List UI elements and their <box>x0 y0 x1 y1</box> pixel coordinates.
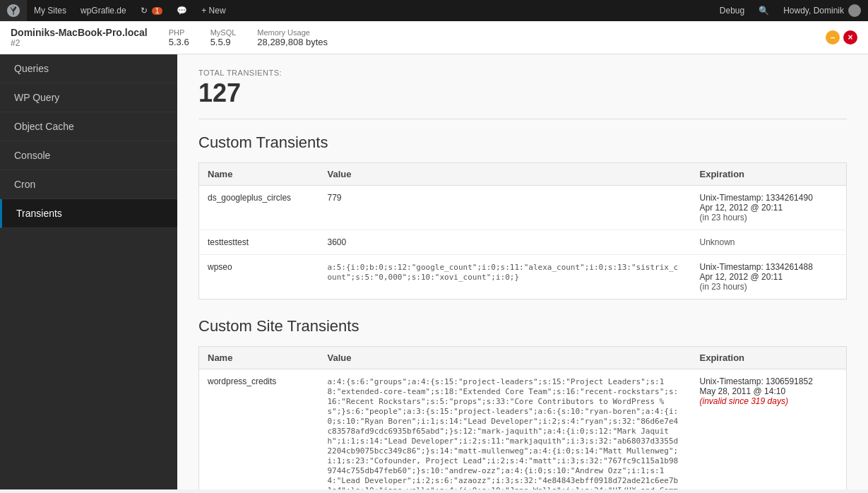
close-button[interactable]: × <box>843 30 857 44</box>
site-transient-expiration: Unix-Timestamp: 1306591852 May 28, 2011 … <box>691 369 847 490</box>
total-transients-section: TOTAL TRANSIENTS: 127 <box>198 69 847 119</box>
table-row: wpseo a:5:{i:0;b:0;s:12:"google_count";i… <box>199 255 847 299</box>
new-content-button[interactable]: + New <box>194 0 232 21</box>
name-header: Name <box>199 163 319 186</box>
sysinfo-bar: Dominiks-MacBook-Pro.local #2 PHP 5.3.6 … <box>0 21 868 54</box>
site-table-header-row: Name Value Expiration <box>199 347 847 369</box>
sidebar: Queries WP Query Object Cache Console Cr… <box>0 54 177 489</box>
transient-expiration: Unknown <box>691 230 847 255</box>
sidebar-item-queries[interactable]: Queries <box>0 54 177 83</box>
window-controls: – × <box>826 30 857 44</box>
transient-value: a:5:{i:0;b:0;s:12:"google_count";i:0;s:1… <box>319 255 691 299</box>
my-sites-button[interactable]: My Sites <box>27 0 73 21</box>
php-info: PHP 5.3.6 <box>169 28 189 47</box>
custom-site-transients-title: Custom Site Transients <box>198 317 847 335</box>
sidebar-item-cron[interactable]: Cron <box>0 170 177 199</box>
table-header-row: Name Value Expiration <box>199 163 847 186</box>
transient-name: ds_googleplus_circles <box>199 186 319 230</box>
minimize-button[interactable]: – <box>826 30 840 44</box>
updates-button[interactable]: ↻ 1 <box>133 0 170 21</box>
site-transient-value: a:4:{s:6:"groups";a:4:{s:15:"project-lea… <box>319 369 691 490</box>
main-layout: Queries WP Query Object Cache Console Cr… <box>0 54 868 489</box>
site-value-header: Value <box>319 347 691 369</box>
search-button[interactable]: 🔍 <box>751 6 776 16</box>
wp-logo-button[interactable] <box>0 0 27 21</box>
sidebar-item-transients[interactable]: Transients <box>0 199 177 228</box>
updates-badge: 1 <box>152 7 163 15</box>
site-name-header: Name <box>199 347 319 369</box>
site-transient-name: wordpress_credits <box>199 369 319 490</box>
debug-button[interactable]: Debug <box>713 6 751 16</box>
total-label: TOTAL TRANSIENTS: <box>198 69 847 77</box>
transient-value: 3600 <box>319 230 691 255</box>
value-header: Value <box>319 163 691 186</box>
total-value: 127 <box>198 78 847 108</box>
site-expiration-header: Expiration <box>691 347 847 369</box>
sidebar-item-wp-query[interactable]: WP Query <box>0 83 177 112</box>
user-avatar <box>848 4 861 17</box>
transient-name: testtesttest <box>199 230 319 255</box>
transient-name: wpseo <box>199 255 319 299</box>
mysql-info: MySQL 5.5.9 <box>210 28 237 47</box>
expiration-header: Expiration <box>691 163 847 186</box>
sidebar-item-console[interactable]: Console <box>0 141 177 170</box>
site-info: Dominiks-MacBook-Pro.local #2 <box>11 27 148 48</box>
table-row: wordpress_credits a:4:{s:6:"groups";a:4:… <box>199 369 847 490</box>
main-content: TOTAL TRANSIENTS: 127 Custom Transients … <box>177 54 868 489</box>
table-row: testtesttest 3600 Unknown <box>199 230 847 255</box>
custom-transients-table: Name Value Expiration ds_googleplus_circ… <box>198 162 847 299</box>
transient-value: 779 <box>319 186 691 230</box>
admin-bar: My Sites wpGrafie.de ↻ 1 💬 + New Debug 🔍… <box>0 0 868 21</box>
custom-site-transients-table: Name Value Expiration wordpress_credits … <box>198 346 847 489</box>
custom-transients-title: Custom Transients <box>198 133 847 152</box>
transient-expiration: Unix-Timestamp: 1334261490Apr 12, 2012 @… <box>691 186 847 230</box>
transient-expiration: Unix-Timestamp: 1334261488Apr 12, 2012 @… <box>691 255 847 299</box>
site-name-button[interactable]: wpGrafie.de <box>73 0 133 21</box>
comments-button[interactable]: 💬 <box>170 0 194 21</box>
table-row: ds_googleplus_circles 779 Unix-Timestamp… <box>199 186 847 230</box>
sidebar-item-object-cache[interactable]: Object Cache <box>0 112 177 141</box>
user-greeting[interactable]: Howdy, Dominik <box>776 4 868 17</box>
memory-info: Memory Usage 28,289,808 bytes <box>257 28 328 47</box>
